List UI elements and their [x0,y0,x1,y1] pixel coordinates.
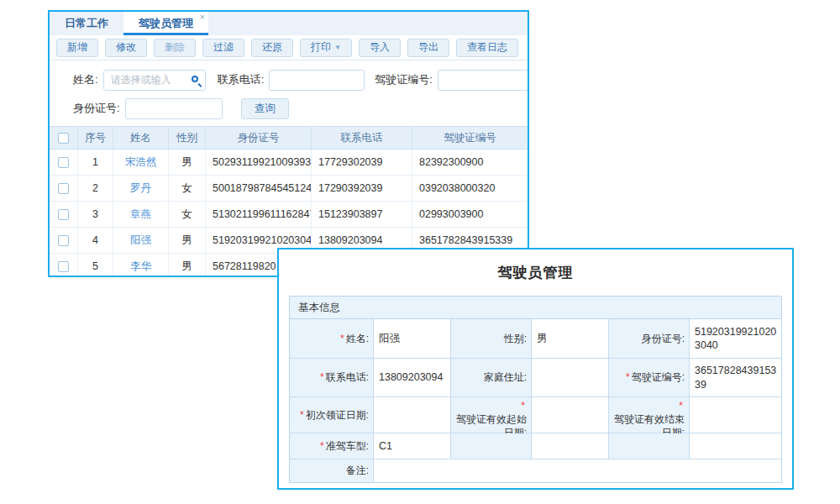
required-icon: * [521,399,525,412]
row-no: 4 [78,228,113,253]
remark-field-label: 备注: [290,459,374,482]
empty-label-cell [609,433,690,459]
row-checkbox[interactable] [58,157,69,168]
row-no: 2 [78,176,113,201]
add-button[interactable]: 新增 [56,39,98,57]
row-name-cell: 章燕 [113,202,169,227]
query-button[interactable]: 查询 [241,98,289,119]
required-icon: * [320,439,324,453]
chevron-down-icon: ▼ [334,44,341,51]
form-grid: *姓名: 阳强 性别: 男 身份证号: 519203199210203040 *… [290,319,781,482]
detail-form: 基本信息 *姓名: 阳强 性别: 男 身份证号: 519203199210203… [289,296,782,483]
tab-driver-management[interactable]: 驾驶员管理 × [123,12,208,35]
export-button[interactable]: 导出 [407,39,449,57]
search-row-2: 身份证号: 查询 [73,94,528,123]
filter-button[interactable]: 过滤 [202,39,244,57]
name-field-wrap [103,70,206,91]
edit-button[interactable]: 修改 [105,39,147,57]
table-row: 3章燕女513021199611162847151239038970299300… [50,202,528,228]
dialog-title: 驾驶员管理 [279,263,792,282]
row-select-cell [50,176,78,201]
id-field-value: 519203199210203040 [690,319,781,359]
select-all-checkbox[interactable] [58,133,69,144]
close-tab-icon[interactable]: × [200,13,205,22]
required-icon: * [320,370,324,384]
driver-name-link[interactable]: 罗丹 [130,181,151,196]
license-input[interactable] [438,70,529,91]
header-no: 序号 [78,127,113,149]
address-field-label: 家庭住址: [451,359,532,397]
driver-name-link[interactable]: 章燕 [130,207,151,222]
phone-input[interactable] [269,70,365,91]
header-select-cell [50,127,78,149]
header-id-number: 身份证号 [206,127,312,149]
row-checkbox[interactable] [58,235,69,246]
name-label: 姓名: [73,72,98,87]
gender-field-value: 男 [532,319,609,359]
row-id-number: 513021199611162847 [206,202,312,227]
import-button[interactable]: 导入 [359,39,401,57]
row-id-number: 502931199210093930 [206,150,312,175]
row-gender: 女 [169,176,206,201]
row-gender: 男 [169,228,206,253]
driver-detail-dialog: 驾驶员管理 基本信息 *姓名: 阳强 性别: 男 身份证号: 519203199… [277,248,794,490]
header-gender: 性别 [169,127,206,149]
phone-field-value: 13809203094 [374,359,451,397]
valid-end-field-label: *驾驶证有效结束日期: [609,397,690,433]
driver-name-link[interactable]: 阳强 [130,234,151,248]
row-checkbox[interactable] [58,183,69,194]
delete-button[interactable]: 删除 [154,39,196,57]
header-name: 姓名 [113,127,169,149]
section-basic-info: 基本信息 [290,297,781,319]
name-field-value: 阳强 [374,319,451,359]
row-phone: 17290392039 [312,176,412,201]
vehicle-type-field-value: C1 [374,433,451,459]
valid-start-field-label: *驾驶证有效起始日期: [451,397,532,433]
row-name-cell: 宋浩然 [113,150,169,175]
row-checkbox[interactable] [58,261,69,272]
row-select-cell [50,228,78,253]
gender-field-label: 性别: [451,319,532,359]
table-header: 序号 姓名 性别 身份证号 联系电话 驾驶证编号 [50,126,528,150]
table-row: 1宋浩然男50293119921009393017729302039823923… [50,150,528,176]
row-name-cell: 阳强 [113,228,169,253]
license-field-label: *驾驶证编号: [609,359,690,397]
name-input[interactable] [103,70,206,91]
tab-daily-work[interactable]: 日常工作 [50,12,123,35]
print-button[interactable]: 打印 ▼ [300,39,352,57]
header-phone: 联系电话 [312,127,412,149]
row-select-cell [50,254,78,277]
address-field-value [532,359,609,397]
valid-start-field-value [532,397,609,433]
search-row-1: 姓名: 联系电话: 驾驶证编号: 驾 [73,66,528,94]
screen: 日常工作 驾驶员管理 × 新增 修改 删除 过滤 还原 打印 ▼ 导入 导出 查… [0,0,840,504]
header-license: 驾驶证编号 [412,127,528,149]
row-license: 02993003900 [412,202,528,227]
required-icon: * [340,332,344,345]
required-icon: * [626,370,630,384]
driver-name-link[interactable]: 李华 [130,260,151,274]
row-gender: 男 [169,254,206,277]
tab-bar: 日常工作 驾驶员管理 × [50,12,528,35]
row-select-cell [50,202,78,227]
search-icon[interactable] [192,76,198,82]
row-id-number: 500187987845451245 [206,176,312,201]
first-date-field-value [374,397,451,433]
row-no: 5 [78,254,113,277]
row-phone: 15123903897 [312,202,412,227]
row-gender: 女 [169,202,206,227]
row-checkbox[interactable] [58,209,69,220]
id-input[interactable] [125,98,223,119]
restore-button[interactable]: 还原 [251,39,293,57]
empty-value-cell [690,433,781,459]
vehicle-type-field-label: *准驾车型: [290,433,374,459]
view-log-button[interactable]: 查看日志 [456,39,518,57]
empty-label-cell [451,433,532,459]
remark-field-value [374,459,781,482]
license-label: 驾驶证编号: [375,72,433,87]
row-gender: 男 [169,150,206,175]
toolbar: 新增 修改 删除 过滤 还原 打印 ▼ 导入 导出 查看日志 [50,35,528,60]
search-area: 姓名: 联系电话: 驾驶证编号: 驾 身份证号: 查询 [50,60,528,123]
tab-label: 驾驶员管理 [139,16,193,31]
driver-name-link[interactable]: 宋浩然 [125,155,157,170]
